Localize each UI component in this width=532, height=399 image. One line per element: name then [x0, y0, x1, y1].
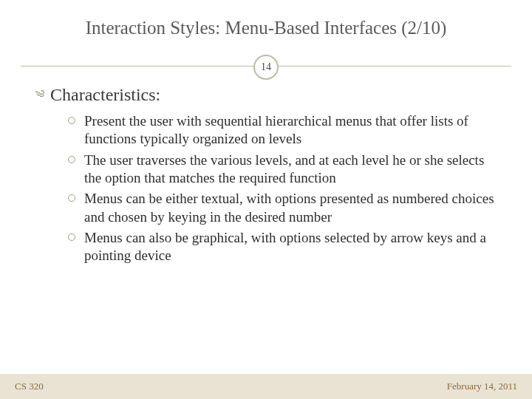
- footer: CS 320 February 14, 2011: [0, 374, 532, 399]
- swirl-icon: ༄: [35, 85, 44, 106]
- slide: Interaction Styles: Menu-Based Interface…: [0, 0, 532, 399]
- page-number: 14: [261, 61, 271, 73]
- footer-left: CS 320: [15, 381, 44, 392]
- section-heading-text: Characteristics:: [50, 85, 160, 104]
- bullet-text: The user traverses the various levels, a…: [84, 152, 484, 185]
- list-item: Present the user with sequential hierarc…: [68, 112, 497, 149]
- bullet-text: Menus can be either textual, with option…: [84, 191, 494, 224]
- list-item: Menus can also be graphical, with option…: [68, 229, 497, 265]
- bullet-list: Present the user with sequential hierarc…: [35, 112, 497, 265]
- content-area: ༄Characteristics: Present the user with …: [0, 81, 532, 265]
- footer-right: February 14, 2011: [447, 381, 517, 392]
- bullet-text: Menus can also be graphical, with option…: [84, 230, 486, 263]
- title-divider: 14: [0, 52, 532, 81]
- page-number-badge: 14: [253, 55, 279, 80]
- bullet-text: Present the user with sequential hierarc…: [84, 113, 468, 146]
- list-item: Menus can be either textual, with option…: [68, 190, 497, 226]
- list-item: The user traverses the various levels, a…: [68, 151, 497, 188]
- slide-title: Interaction Styles: Menu-Based Interface…: [0, 0, 532, 38]
- section-heading: ༄Characteristics:: [35, 84, 497, 105]
